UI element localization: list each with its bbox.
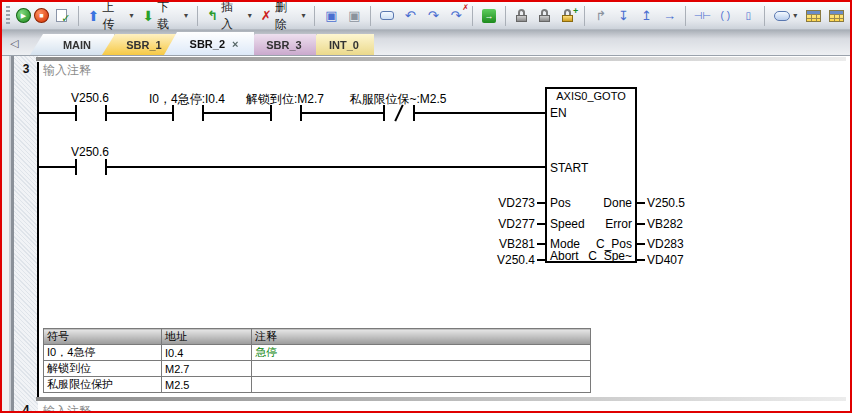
symbol-cell: I0，4急停 — [44, 345, 162, 361]
network-separator — [36, 57, 846, 61]
delete-dropdown-icon[interactable]: ▾ — [301, 11, 305, 20]
pin-speed: Speed — [550, 217, 585, 231]
output-operand-cpos[interactable]: VD283 — [647, 237, 684, 251]
pin-cspe: C_Spe~ — [588, 249, 632, 263]
separator — [764, 6, 765, 26]
bookmark-next-button[interactable]: ↷ — [423, 5, 443, 27]
input-operand-pos[interactable]: VD273 — [455, 196, 535, 210]
symbol-header: 符号 — [44, 329, 162, 345]
insert-label: 插入 — [221, 0, 245, 33]
line-corner-button[interactable]: ↱ — [591, 5, 611, 27]
input-operand-speed[interactable]: VD277 — [455, 217, 535, 231]
run-icon: ▶ — [21, 12, 26, 20]
axis0-goto-block[interactable]: AXIS0_GOTO EN START Pos Speed Mode Abort… — [545, 87, 637, 263]
compile-icon: ✓ — [56, 9, 67, 22]
comment-header: 注释 — [252, 329, 591, 345]
insert-coil-button[interactable]: ( ) — [715, 5, 735, 27]
pin-stub — [537, 259, 545, 261]
unlock-button[interactable] — [535, 5, 555, 27]
stop-button[interactable]: ■ — [34, 8, 49, 23]
upload-button[interactable]: ⬆ 上传 ▾ — [85, 5, 137, 27]
contact-operand[interactable]: 私服限位保~:M2.5 — [349, 91, 446, 108]
delete-button[interactable]: ✗ 删除 ▾ — [258, 5, 309, 27]
tab-scroll-left-icon[interactable]: ◁ — [10, 37, 18, 50]
tab-main[interactable]: MAIN — [30, 34, 114, 55]
coil-icon: ( ) — [721, 10, 730, 21]
address-table-button[interactable] — [803, 5, 823, 27]
separator — [78, 6, 79, 26]
wire — [202, 112, 270, 114]
line-up-button[interactable]: ↥ — [637, 5, 657, 27]
output-operand-error[interactable]: VB282 — [647, 217, 683, 231]
upload-icon: ⬆ — [88, 8, 100, 24]
table-row: I0，4急停 I0.4 急停 — [44, 345, 591, 361]
wire — [105, 112, 172, 114]
bookmark-next-icon: ↷ — [428, 8, 439, 23]
toolbar-grip[interactable] — [6, 6, 10, 26]
download-dropdown-icon[interactable]: ▾ — [184, 11, 188, 20]
insert-box-button[interactable]: ▯ — [738, 5, 758, 27]
comment-box-icon — [380, 11, 394, 20]
run-button[interactable]: ▶ — [16, 8, 31, 23]
table-row: 解锁到位 M2.7 — [44, 361, 591, 377]
network-gray-icon: ▣ — [348, 8, 360, 23]
symbol-cell: 私服限位保护 — [44, 377, 162, 393]
address-cell: M2.5 — [162, 377, 252, 393]
contact-icon: ⊣⊢ — [694, 10, 711, 21]
tab-close-icon[interactable]: × — [232, 38, 238, 50]
contact-operand[interactable]: V250.6 — [71, 91, 109, 105]
next-network-comment[interactable]: 输入注释 — [43, 403, 91, 413]
tab-sbr2[interactable]: SBR_2 × — [164, 32, 254, 55]
input-operand-abort[interactable]: V250.4 — [455, 253, 535, 267]
comment-cell — [252, 361, 591, 377]
compile-button[interactable]: ✓ — [52, 5, 72, 27]
separator — [685, 6, 686, 26]
pin-en: EN — [550, 106, 567, 120]
view-network-gray-button[interactable]: ▣ — [344, 5, 364, 27]
insert-button[interactable]: ↰ 插入 ▾ — [204, 5, 255, 27]
separator — [472, 6, 473, 26]
table-row: 私服限位保护 M2.5 — [44, 377, 591, 393]
view-network-button[interactable]: ▣ — [321, 5, 341, 27]
input-operand-mode[interactable]: VB281 — [455, 237, 535, 251]
insert-dropdown-icon[interactable]: ▾ — [248, 11, 252, 20]
toggle-comment-button[interactable] — [377, 5, 397, 27]
addressing-button[interactable]: ▾ — [771, 5, 800, 27]
symbol-table-button[interactable] — [826, 5, 846, 27]
pin-abort: Abort — [550, 249, 579, 263]
addressing-dropdown-icon[interactable]: ▾ — [793, 11, 797, 20]
editor-left-edge — [2, 56, 14, 411]
next-network-number[interactable]: 4 — [14, 403, 38, 413]
line-up-icon: ↥ — [641, 8, 652, 23]
contact-operand[interactable]: I0，4急停:I0.4 — [149, 91, 225, 108]
download-button[interactable]: ⬇ 下载 ▾ — [139, 5, 191, 27]
symbol-table-icon — [829, 10, 844, 22]
lock-open-icon — [539, 9, 550, 22]
bookmark-prev-button[interactable]: ↶ — [400, 5, 420, 27]
upload-dropdown-icon[interactable]: ▾ — [129, 11, 133, 20]
network-comment[interactable]: 输入注释 — [43, 62, 91, 79]
comment-cell: 急停 — [252, 345, 591, 361]
address-cell: M2.7 — [162, 361, 252, 377]
output-operand-cspe[interactable]: VD407 — [647, 253, 684, 267]
goto-button[interactable]: → — [479, 5, 499, 27]
line-right-button[interactable]: → — [659, 5, 679, 27]
pin-stub — [537, 243, 545, 245]
lock-add-icon: + — [562, 9, 573, 22]
insert-contact-button[interactable]: ⊣⊢ — [692, 5, 712, 27]
pou-tabbar: ◁ MAIN SBR_1 SBR_2 × SBR_3 INT_0 — [2, 30, 850, 56]
add-password-button[interactable]: + — [558, 5, 578, 27]
pin-stub — [637, 223, 645, 225]
contact-operand[interactable]: 解锁到位:M2.7 — [246, 91, 324, 108]
download-icon: ⬇ — [142, 8, 154, 24]
tab-int0-label: INT_0 — [329, 39, 359, 51]
separator — [314, 6, 315, 26]
output-operand-done[interactable]: V250.5 — [647, 196, 685, 210]
tab-sbr1[interactable]: SBR_1 — [102, 34, 176, 55]
bookmark-clear-button[interactable]: ↷ — [446, 5, 466, 27]
contact-operand[interactable]: V250.6 — [71, 145, 109, 159]
line-down-button[interactable]: ↧ — [614, 5, 634, 27]
network-number[interactable]: 3 — [14, 62, 38, 76]
pin-stub — [637, 259, 645, 261]
lock-button[interactable] — [512, 5, 532, 27]
